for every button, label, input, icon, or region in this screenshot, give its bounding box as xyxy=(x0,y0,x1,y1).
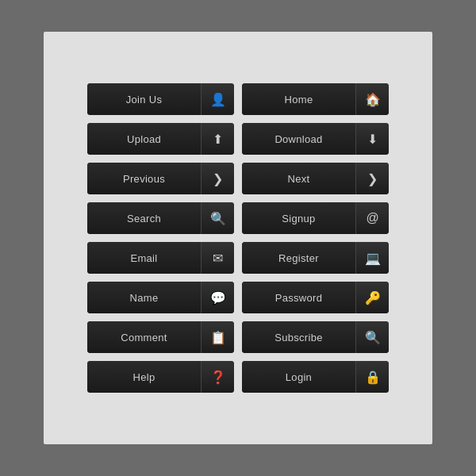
signup-label: Signup xyxy=(242,202,355,234)
next-button[interactable]: Next❯ xyxy=(242,163,389,194)
home-label: Home xyxy=(242,83,355,115)
card: Join Us👤Home🏠Upload⬆Download⬇Previous❯Ne… xyxy=(44,32,432,444)
search-button[interactable]: Search🔍 xyxy=(87,202,234,234)
login-icon: 🔒 xyxy=(355,361,389,393)
register-label: Register xyxy=(242,242,355,274)
name-icon: 💬 xyxy=(201,282,234,313)
email-button[interactable]: Email✉ xyxy=(87,242,234,274)
download-icon: ⬇ xyxy=(355,123,389,155)
password-label: Password xyxy=(242,282,355,313)
next-icon: ❯ xyxy=(355,163,389,194)
search-label: Search xyxy=(87,202,201,234)
email-icon: ✉ xyxy=(201,242,234,274)
button-grid: Join Us👤Home🏠Upload⬆Download⬇Previous❯Ne… xyxy=(71,67,405,409)
email-label: Email xyxy=(87,242,201,274)
name-label: Name xyxy=(87,282,201,313)
home-icon: 🏠 xyxy=(355,83,389,115)
upload-button[interactable]: Upload⬆ xyxy=(87,123,234,155)
login-button[interactable]: Login🔒 xyxy=(242,361,389,393)
search-icon: 🔍 xyxy=(201,202,234,234)
subscribe-label: Subscribe xyxy=(242,321,355,353)
password-icon: 🔑 xyxy=(355,282,389,313)
comment-button[interactable]: Comment📋 xyxy=(87,321,234,353)
join-us-label: Join Us xyxy=(87,83,201,115)
name-button[interactable]: Name💬 xyxy=(87,282,234,313)
join-us-icon: 👤 xyxy=(201,83,234,115)
download-button[interactable]: Download⬇ xyxy=(242,123,389,155)
register-button[interactable]: Register💻 xyxy=(242,242,389,274)
register-icon: 💻 xyxy=(355,242,389,274)
signup-icon: @ xyxy=(355,202,389,234)
comment-icon: 📋 xyxy=(201,321,234,353)
upload-label: Upload xyxy=(87,123,201,155)
previous-icon: ❯ xyxy=(201,163,234,194)
comment-label: Comment xyxy=(87,321,201,353)
signup-button[interactable]: Signup@ xyxy=(242,202,389,234)
subscribe-icon: 🔍 xyxy=(355,321,389,353)
home-button[interactable]: Home🏠 xyxy=(242,83,389,115)
login-label: Login xyxy=(242,361,355,393)
previous-button[interactable]: Previous❯ xyxy=(87,163,234,194)
download-label: Download xyxy=(242,123,355,155)
password-button[interactable]: Password🔑 xyxy=(242,282,389,313)
help-label: Help xyxy=(87,361,201,393)
upload-icon: ⬆ xyxy=(201,123,234,155)
help-icon: ❓ xyxy=(201,361,234,393)
next-label: Next xyxy=(242,163,355,194)
subscribe-button[interactable]: Subscribe🔍 xyxy=(242,321,389,353)
help-button[interactable]: Help❓ xyxy=(87,361,234,393)
join-us-button[interactable]: Join Us👤 xyxy=(87,83,234,115)
previous-label: Previous xyxy=(87,163,201,194)
